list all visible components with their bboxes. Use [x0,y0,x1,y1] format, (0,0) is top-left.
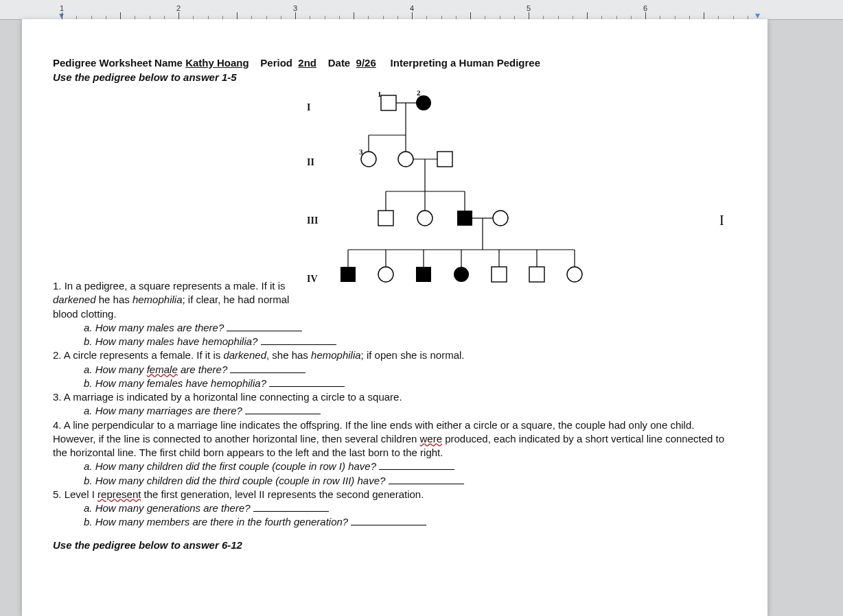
gen-label-3: III [307,215,318,226]
pedigree-male [492,267,507,282]
ruler-tick-major [295,12,296,19]
ruler-tick-major [62,12,62,19]
pedigree-svg: 1 2 3 [321,88,609,294]
ruler-tick-minor [237,12,238,19]
q5a: a. How many generations are there? [84,501,737,515]
q4: 4. A line perpendicular to a marriage li… [53,418,737,460]
ruler-tick-minor [120,12,121,19]
pedigree-female-affected [416,95,431,110]
q4b: b. How many children did the third coupl… [84,474,737,488]
ruler-tick-minor [470,12,471,19]
instruction-line: Use the pedigree below to answer 1-5 [53,71,737,83]
q4a: a. How many children did the first coupl… [84,460,737,473]
pedigree-female [361,152,376,167]
pedigree-male-affected [416,267,431,282]
date-value: 9/26 [356,57,376,69]
svg-text:2: 2 [417,88,421,97]
svg-text:1: 1 [378,90,382,98]
section-2-header: Use the pedigree below to answer 6-12 [53,539,737,551]
ruler-tick-minor [704,12,704,19]
pedigree-female [567,267,582,282]
svg-text:3: 3 [359,147,363,156]
q2: 2. A circle represents a female. If it i… [53,348,737,362]
q2a: a. How many female are there? [84,363,737,377]
ruler-tick-minor [587,12,588,19]
ruler-tick-major [645,12,646,19]
ruler-number: 2 [176,4,181,12]
pedigree-male-affected [340,267,356,282]
ruler-number: 5 [527,4,531,12]
q1a: a. How many males are there? [84,321,737,335]
pedigree-female-affected [454,267,469,282]
q1b: b. How many males have hemophilia? [84,335,737,348]
ruler-tick-major [178,12,179,19]
ruler-tick-minor [354,12,354,19]
pedigree-female [378,267,393,282]
pedigree-female [398,152,413,167]
pedigree-male [381,95,396,110]
ruler-tick-major [412,12,413,19]
pedigree-male-affected [457,211,472,226]
worksheet-header: Pedigree Worksheet Name Kathy Hoang Peri… [53,57,737,69]
pedigree-female [493,211,508,226]
ruler-number: 1 [60,4,64,12]
q2b: b. How many females have hemophilia? [84,377,737,390]
q5b: b. How many members are there in the fou… [84,515,737,529]
ruler-number: 6 [643,4,647,12]
ruler-tick-major [529,12,529,19]
ruler: ▾ ▾ 123456 [0,0,843,20]
date-label: Date [328,57,351,69]
q3a: a. How many marriages are there? [84,404,737,418]
gen-label-4: IV [307,274,318,285]
student-name: Kathy Hoang [185,57,249,69]
q5: 5. Level I represent the first generatio… [53,488,737,501]
text-cursor-icon: I [719,213,724,228]
pedigree-male [529,267,544,282]
pedigree-male [437,152,452,167]
pedigree-male [378,211,393,226]
document-page[interactable]: Pedigree Worksheet Name Kathy Hoang Peri… [22,19,767,616]
worksheet-title: Interpreting a Human Pedigree [391,57,540,69]
pedigree-chart: I II III IV 1 2 3 [53,88,737,294]
ruler-number: 3 [293,4,297,12]
ruler-number: 4 [410,4,414,12]
period-label: Period [260,57,292,69]
header-prefix: Pedigree Worksheet Name [53,57,185,69]
gen-label-1: I [307,102,310,113]
period-value: 2nd [298,57,316,69]
pedigree-female [417,211,432,226]
gen-label-2: II [307,157,314,168]
q3: 3. A marriage is indicated by a horizont… [53,390,737,404]
